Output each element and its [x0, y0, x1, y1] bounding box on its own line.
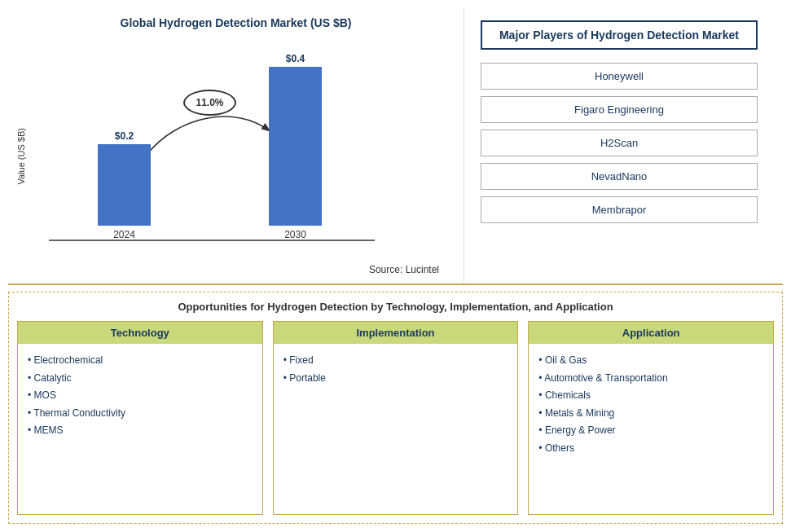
bar-label-2030: 2030 [284, 229, 306, 240]
technology-header: Technology [18, 322, 262, 344]
player-h2scan: H2Scan [481, 130, 758, 156]
technology-body: Electrochemical Catalytic MOS Thermal Co… [18, 344, 262, 514]
bar-value-2030: $0.4 [286, 53, 305, 64]
tech-item-5: MEMS [28, 422, 253, 440]
opportunities-title: Opportunities for Hydrogen Detection by … [17, 301, 774, 313]
implementation-column: Implementation Fixed Portable [273, 321, 519, 515]
application-body: Oil & Gas Automotive & Transportation Ch… [529, 344, 773, 514]
cagr-annotation: 11.0% [183, 90, 236, 116]
player-honeywell: Honeywell [481, 63, 758, 90]
bars-container: $0.2 2024 11.0% $0.4 2030 [33, 65, 455, 261]
source-text: Source: Lucintel [33, 264, 455, 275]
player-membrapor: Membrapor [481, 196, 758, 223]
bar-label-2024: 2024 [113, 229, 135, 240]
impl-item-2: Portable [283, 370, 508, 388]
impl-item-1: Fixed [283, 352, 508, 370]
tech-item-2: Catalytic [28, 370, 253, 388]
app-item-1: Oil & Gas [538, 352, 763, 370]
player-nevadnano: NevadNano [481, 163, 758, 190]
tech-item-4: Thermal Conductivity [28, 405, 253, 423]
implementation-body: Fixed Portable [274, 344, 518, 514]
top-section: Global Hydrogen Detection Market (US $B)… [8, 8, 783, 285]
players-section: Major Players of Hydrogen Detection Mark… [464, 8, 774, 284]
columns-container: Technology Electrochemical Catalytic MOS… [17, 321, 774, 515]
chart-area: Value (US $B) [16, 37, 455, 275]
bar-group-2030: $0.4 2030 [269, 53, 322, 240]
bar-2024 [98, 144, 151, 226]
bar-value-2024: $0.2 [115, 130, 134, 142]
chart-title: Global Hydrogen Detection Market (US $B) [121, 16, 352, 29]
app-item-2: Automotive & Transportation [538, 370, 763, 388]
bar-2030 [269, 67, 322, 226]
app-item-5: Energy & Power [538, 422, 763, 440]
application-column: Application Oil & Gas Automotive & Trans… [528, 321, 774, 515]
player-figaro: Figaro Engineering [481, 96, 758, 123]
chart-wrapper: $0.2 2024 11.0% $0.4 2030 [33, 65, 455, 275]
chart-section: Global Hydrogen Detection Market (US $B)… [8, 8, 464, 284]
app-item-6: Others [538, 440, 763, 458]
tech-item-1: Electrochemical [28, 352, 253, 370]
cagr-circle: 11.0% [183, 90, 236, 116]
tech-item-3: MOS [28, 387, 253, 405]
bottom-section: Opportunities for Hydrogen Detection by … [8, 292, 783, 524]
technology-column: Technology Electrochemical Catalytic MOS… [17, 321, 263, 515]
main-container: Global Hydrogen Detection Market (US $B)… [0, 0, 791, 532]
app-item-4: Metals & Mining [538, 405, 763, 423]
app-item-3: Chemicals [538, 387, 763, 405]
players-title: Major Players of Hydrogen Detection Mark… [481, 20, 758, 50]
implementation-header: Implementation [274, 322, 518, 344]
bar-group-2024: $0.2 2024 [98, 130, 151, 240]
application-header: Application [529, 322, 773, 344]
y-axis-label: Value (US $B) [16, 128, 26, 185]
